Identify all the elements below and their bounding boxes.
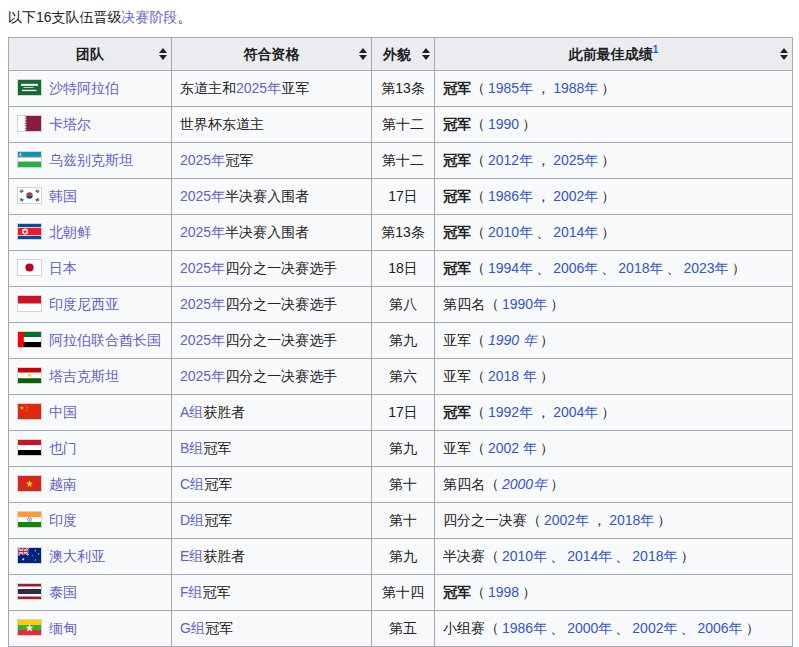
qualification-link[interactable]: D组 bbox=[180, 512, 204, 528]
team-link[interactable]: 日本 bbox=[49, 260, 77, 276]
sa-flag-icon bbox=[17, 79, 42, 96]
year-link[interactable]: 2002 年 bbox=[488, 440, 537, 456]
qualification-link[interactable]: 2025年 bbox=[180, 260, 225, 276]
year-link[interactable]: 1994年 bbox=[488, 260, 533, 276]
column-header-qualification[interactable]: 符合资格 bbox=[172, 38, 372, 71]
team-link[interactable]: 乌兹别克斯坦 bbox=[49, 152, 133, 168]
column-header-appearance[interactable]: 外貌 bbox=[372, 38, 435, 71]
year-link[interactable]: 2014年 bbox=[567, 548, 612, 564]
best-result-label: 第四名 bbox=[443, 476, 485, 492]
open-paren: （ bbox=[471, 80, 485, 96]
appearance-cell: 17日 bbox=[372, 179, 435, 215]
qualification-link[interactable]: E组 bbox=[180, 548, 203, 564]
year-link[interactable]: 1992年 bbox=[488, 404, 533, 420]
year-link[interactable]: 2000年 bbox=[502, 476, 547, 492]
table-row: 日本2025年四分之一决赛选手18日冠军（1994年、2006年、2018年、2… bbox=[9, 251, 793, 287]
reference-link[interactable]: 1 bbox=[653, 44, 659, 55]
year-link[interactable]: 2010年 bbox=[488, 224, 533, 240]
intro-period: 。 bbox=[178, 9, 192, 25]
year-link[interactable]: 1998 bbox=[488, 584, 519, 600]
year-link[interactable]: 2006年 bbox=[553, 260, 598, 276]
year-link[interactable]: 2018 年 bbox=[488, 368, 537, 384]
id-flag-icon bbox=[17, 295, 42, 312]
qualification-link[interactable]: G组 bbox=[180, 620, 205, 636]
qualification-link[interactable]: 2025年 bbox=[180, 224, 225, 240]
year-link[interactable]: 1988年 bbox=[553, 80, 598, 96]
year-link[interactable]: 2018年 bbox=[632, 548, 677, 564]
year-link[interactable]: 2000年 bbox=[567, 620, 612, 636]
qualification-link[interactable]: B组 bbox=[180, 440, 203, 456]
team-link[interactable]: 塔吉克斯坦 bbox=[49, 368, 119, 384]
sort-icon[interactable] bbox=[422, 48, 430, 60]
year-link[interactable]: 1986年 bbox=[488, 188, 533, 204]
team-link[interactable]: 也门 bbox=[49, 440, 77, 456]
year-separator: ， bbox=[536, 80, 550, 96]
qualification-link[interactable]: A组 bbox=[180, 404, 203, 420]
year-link[interactable]: 2006年 bbox=[697, 620, 742, 636]
year-link[interactable]: 2025年 bbox=[553, 152, 598, 168]
qualification-link[interactable]: 2025年 bbox=[180, 368, 225, 384]
close-paren: ） bbox=[550, 296, 564, 312]
mm-flag-icon bbox=[17, 619, 42, 636]
year-link[interactable]: 2014年 bbox=[553, 224, 598, 240]
qualification-text: 四分之一决赛选手 bbox=[225, 296, 337, 312]
year-separator: 、 bbox=[550, 620, 564, 636]
year-link[interactable]: 2012年 bbox=[488, 152, 533, 168]
year-link[interactable]: 2002年 bbox=[632, 620, 677, 636]
close-paren: ） bbox=[601, 404, 615, 420]
year-link[interactable]: 1990年 bbox=[502, 296, 547, 312]
team-link[interactable]: 沙特阿拉伯 bbox=[49, 80, 119, 96]
qualification-text: 半决赛入围者 bbox=[225, 224, 309, 240]
team-link[interactable]: 韩国 bbox=[49, 188, 77, 204]
team-link[interactable]: 澳大利亚 bbox=[49, 548, 105, 564]
year-link[interactable]: 1990 bbox=[488, 116, 519, 132]
sort-icon[interactable] bbox=[780, 48, 788, 60]
column-header-team[interactable]: 团队 bbox=[9, 38, 172, 71]
team-cell: 沙特阿拉伯 bbox=[9, 71, 172, 107]
open-paren: （ bbox=[485, 548, 499, 564]
year-link[interactable]: 2018年 bbox=[618, 260, 663, 276]
column-header-best-result[interactable]: 此前最佳成绩1 bbox=[435, 38, 793, 71]
year-separator: ， bbox=[536, 152, 550, 168]
team-link[interactable]: 泰国 bbox=[49, 584, 77, 600]
qualification-link[interactable]: 2025年 bbox=[180, 152, 225, 168]
vn-flag-icon bbox=[17, 475, 42, 492]
year-link[interactable]: 2018年 bbox=[609, 512, 654, 528]
year-link[interactable]: 1986年 bbox=[502, 620, 547, 636]
best-result-cell: 亚军（1990 年） bbox=[435, 323, 793, 359]
year-link[interactable]: 2002年 bbox=[553, 188, 598, 204]
best-result-label: 冠军 bbox=[443, 224, 471, 240]
qualification-link[interactable]: 2025年 bbox=[236, 80, 281, 96]
au-flag-icon bbox=[17, 547, 42, 564]
team-link[interactable]: 越南 bbox=[49, 476, 77, 492]
year-link[interactable]: 2010年 bbox=[502, 548, 547, 564]
qualification-link[interactable]: F组 bbox=[180, 584, 203, 600]
table-row: 印度D组冠军第十四分之一决赛（2002年，2018年） bbox=[9, 503, 793, 539]
qualification-link[interactable]: 2025年 bbox=[180, 188, 225, 204]
year-link[interactable]: 2002年 bbox=[544, 512, 589, 528]
year-link[interactable]: 1985年 bbox=[488, 80, 533, 96]
year-link[interactable]: 2023年 bbox=[683, 260, 728, 276]
team-link[interactable]: 印度 bbox=[49, 512, 77, 528]
best-result-cell: 小组赛（1986年、2000年、2002年、2006年） bbox=[435, 611, 793, 647]
appearance-cell: 17日 bbox=[372, 395, 435, 431]
sort-icon[interactable] bbox=[159, 48, 167, 60]
team-link[interactable]: 中国 bbox=[49, 404, 77, 420]
year-link[interactable]: 2004年 bbox=[553, 404, 598, 420]
best-result-cell: 冠军（2012年，2025年） bbox=[435, 143, 793, 179]
best-result-label: 第四名 bbox=[443, 296, 485, 312]
team-link[interactable]: 印度尼西亚 bbox=[49, 296, 119, 312]
qualification-link[interactable]: 2025年 bbox=[180, 332, 225, 348]
year-link[interactable]: 1990 年 bbox=[488, 332, 537, 348]
open-paren: （ bbox=[471, 440, 485, 456]
team-link[interactable]: 阿拉伯联合酋长国 bbox=[49, 332, 161, 348]
final-stage-link[interactable]: 决赛阶段 bbox=[122, 9, 178, 25]
team-link[interactable]: 卡塔尔 bbox=[49, 116, 91, 132]
qualification-link[interactable]: 2025年 bbox=[180, 296, 225, 312]
year-separator: 、 bbox=[666, 260, 680, 276]
team-link[interactable]: 北朝鲜 bbox=[49, 224, 91, 240]
team-cell: 泰国 bbox=[9, 575, 172, 611]
qualification-link[interactable]: C组 bbox=[180, 476, 204, 492]
sort-icon[interactable] bbox=[359, 48, 367, 60]
team-link[interactable]: 缅甸 bbox=[49, 620, 77, 636]
